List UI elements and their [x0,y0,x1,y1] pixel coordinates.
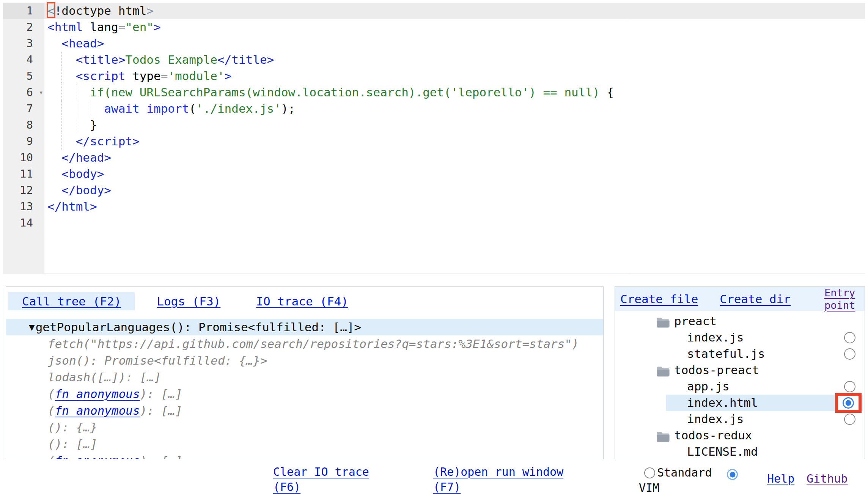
indent-guide [61,133,62,149]
editor-lines: 1<!doctype html>2<html lang="en">3 <head… [3,3,865,274]
code-token: > [97,167,104,181]
editor-line[interactable]: 5 <script type='module'> [3,68,865,84]
file-name: app.js [687,379,730,393]
collapse-triangle-icon[interactable]: ▼ [29,321,35,333]
call-label: ): […] [140,404,182,417]
clear-io-trace-line-1: Clear IO trace [273,464,369,480]
editor-line[interactable]: 8 } [3,117,865,133]
code-token: import [146,102,189,115]
entry-point-radio[interactable] [844,348,855,360]
call-label: ( [48,454,55,459]
create-file-link[interactable]: Create file [620,292,698,306]
line-number-cell: 14 [3,215,44,231]
fn-anonymous-link[interactable]: fn anonymous [55,404,140,417]
code-line[interactable]: <script type='module'> [44,68,865,84]
editor-line[interactable]: 2<html lang="en"> [3,19,865,35]
call-tree-row[interactable]: lodash([…]): […] [6,369,603,385]
tree-row-todos-redux[interactable]: todos-redux [615,427,865,444]
code-line[interactable]: </body> [44,182,865,198]
indent-guide [76,117,76,133]
github-link[interactable]: Github [807,472,848,485]
editor-line[interactable]: 11 <body> [3,166,865,182]
code-line[interactable]: </html> [44,198,865,215]
entry-point-radio[interactable] [844,414,855,425]
clear-io-trace-line-2: (F6) [273,480,369,494]
help-link[interactable]: Help [767,472,794,485]
code-line[interactable]: <body> [44,166,865,182]
line-number: 14 [20,216,33,229]
tree-row-index-html[interactable]: index.html [615,395,865,411]
folder-icon [656,430,670,441]
fn-anonymous-link[interactable]: fn anonymous [55,454,140,459]
code-token: </html [47,200,90,213]
code-line[interactable]: </head> [44,149,865,166]
call-tree-row[interactable]: (): […] [6,436,603,452]
editor-line[interactable]: 7 await import('./index.js'); [3,101,865,117]
tab-logs-f3[interactable]: Logs (F3) [143,292,234,310]
folder-icon [656,365,670,376]
editor-line[interactable]: 4 <title>Todos Example</title> [3,52,865,68]
file-path-line-1: docs/examples/todos- [4,492,141,494]
code-line[interactable]: <head> [44,35,865,52]
code-line[interactable]: <title>Todos Example</title> [44,52,865,68]
fold-marker-icon[interactable]: ▾ [39,84,43,101]
code-line[interactable]: await import('./index.js'); [44,101,865,117]
tree-row-license-md[interactable]: LICENSE.md [615,444,865,459]
entry-point-radio[interactable] [844,381,855,392]
code-line[interactable]: } [44,117,865,133]
vim-mode-radio[interactable] [727,469,738,480]
fn-anonymous-link[interactable]: fn anonymous [55,387,140,401]
line-number-cell: 5 [3,68,44,84]
call-tree-row[interactable]: json(): Promise<fulfilled: {…}> [6,352,603,369]
code-line[interactable]: </script> [44,133,865,149]
editor-line[interactable]: 13</html> [3,198,865,215]
editor-line[interactable]: 12 </body> [3,182,865,198]
editor-line[interactable]: 3 <head> [3,35,865,52]
tab-call-tree-f2[interactable]: Call tree (F2) [8,292,135,310]
editor-line[interactable]: 10 </head> [3,149,865,166]
tree-row-app-js[interactable]: app.js [615,378,865,395]
code-token: lang [90,20,118,34]
code-editor[interactable]: 1<!doctype html>2<html lang="en">3 <head… [3,3,865,274]
editor-line[interactable]: 9 </script> [3,133,865,149]
call-tree-row[interactable]: (fn anonymous): […] [6,452,603,459]
call-tree-row[interactable]: fetch("https://api.github.com/search/rep… [6,335,603,352]
editor-line[interactable]: 14 [3,215,865,231]
entry-point-radio[interactable] [843,397,854,409]
code-token: 'module' [168,69,224,83]
code-line[interactable]: <html lang="en"> [44,19,865,35]
call-tree-row[interactable]: (): {…} [6,419,603,436]
editor-line[interactable]: 1<!doctype html> [3,3,865,19]
call-tree-row[interactable]: (fn anonymous): […] [6,385,603,402]
tab-io-trace-f4[interactable]: IO trace (F4) [242,292,362,310]
call-tree-row[interactable]: ▼getPopularLanguages(): Promise<fulfille… [6,319,603,335]
code-token: > [90,200,97,213]
line-number-cell: 13 [3,198,44,215]
tree-row-preact[interactable]: preact [615,313,865,329]
entry-point-link[interactable]: Entry point [824,286,861,312]
call-tree-row[interactable]: (fn anonymous): […] [6,402,603,419]
create-dir-link[interactable]: Create dir [720,292,791,306]
tree-row-todos-preact[interactable]: todos-preact [615,362,865,378]
tree-row-stateful-js[interactable]: stateful.js [615,346,865,362]
code-line[interactable] [44,215,865,231]
standard-mode-radio[interactable] [644,467,655,478]
tree-row-index-js[interactable]: index.js [615,411,865,427]
editor-line[interactable]: 6▾ if(new URLSearchParams(window.locatio… [3,84,865,101]
code-line[interactable]: if(new URLSearchParams(window.location.s… [44,84,865,101]
call-label: json(): Promise<fulfilled: {…}> [48,354,267,367]
code-line[interactable]: <!doctype html> [44,3,865,19]
code-token: <head [61,36,97,50]
code-token: > [267,53,274,66]
code-token [47,183,61,197]
code-token [140,102,147,115]
entry-point-radio[interactable] [844,332,855,343]
call-tree-panel: Call tree (F2)Logs (F3)IO trace (F4) ▼ge… [6,286,604,459]
code-token: > [146,4,154,17]
clear-io-trace-link[interactable]: Clear IO trace (F6) [273,464,369,494]
reopen-run-window-link[interactable]: (Re)open run window (F7) [433,464,563,494]
tree-row-index-js[interactable]: index.js [615,329,865,346]
call-tree-tabs: Call tree (F2)Logs (F3)IO trace (F4) [6,287,603,314]
code-token: <body [61,167,97,181]
code-token [83,20,90,34]
